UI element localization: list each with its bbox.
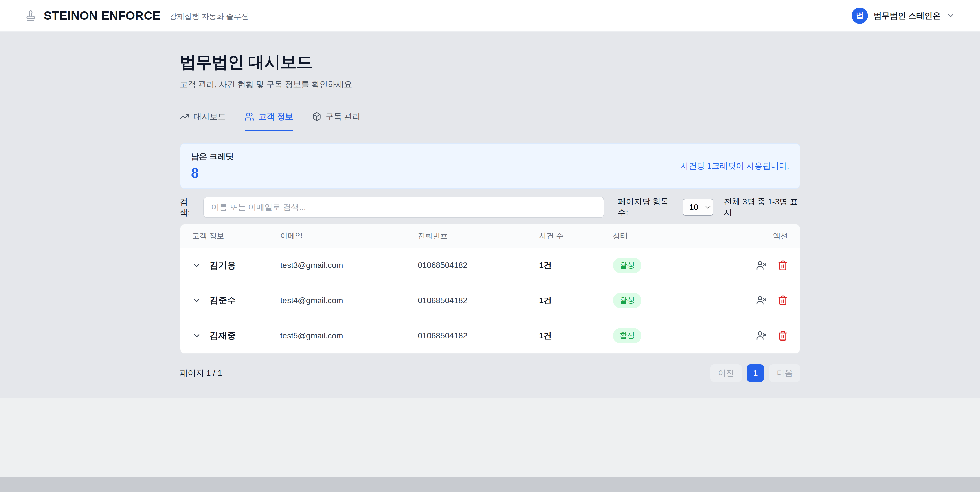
tab-subscription[interactable]: 구독 관리 [312,111,361,131]
tab-bar: 대시보드 고객 정보 구독 관리 [180,111,800,131]
table-row: 김재중 test5@gmail.com 01068504182 1건 활성 [180,318,800,353]
search-input[interactable] [203,197,604,218]
delete-icon [778,295,788,306]
page-indicator: 페이지 1 / 1 [180,368,222,379]
package-icon [312,112,321,121]
tab-label: 대시보드 [194,111,226,122]
brand-title: STEINON ENFORCE [44,9,161,22]
status-badge: 활성 [613,258,642,273]
trending-up-icon [180,112,189,121]
user-remove-icon [756,260,767,271]
page-size-select[interactable]: 10 [682,199,713,216]
delete-button[interactable] [778,295,788,306]
tab-label: 구독 관리 [326,111,361,122]
row-expander-button[interactable] [192,331,202,341]
customer-email: test4@gmail.com [280,296,418,305]
brand-logo-icon [25,10,36,21]
brand-tagline: 강제집행 자동화 솔루션 [170,11,249,22]
remove-user-button[interactable] [756,260,767,271]
remove-user-button[interactable] [756,295,767,306]
column-header-status: 상태 [613,231,725,241]
tab-label: 고객 정보 [258,111,293,122]
user-remove-icon [756,295,767,306]
column-header-phone: 전화번호 [418,231,539,241]
chevron-down-icon [946,11,955,20]
delete-icon [778,260,788,271]
current-page-button[interactable]: 1 [747,364,764,382]
result-range-text: 전체 3명 중 1-3명 표시 [724,196,800,218]
users-icon [245,112,254,121]
next-page-button[interactable]: 다음 [769,364,800,382]
customer-case-count: 1건 [539,330,613,341]
page-title: 법무법인 대시보드 [180,51,800,73]
customer-name: 김기용 [210,260,236,271]
credit-note: 사건당 1크레딧이 사용됩니다. [681,161,789,171]
status-badge: 활성 [613,293,642,308]
page-size-label: 페이지당 항목 수: [618,196,677,218]
credit-label: 남은 크레딧 [191,151,234,162]
table-toolbar: 검색: 페이지당 항목 수: 10 전체 3명 중 1-3명 표시 [180,196,800,218]
pagination: 페이지 1 / 1 이전 1 다음 [180,364,800,382]
column-header-email: 이메일 [280,231,418,241]
chevron-down-icon [192,261,202,270]
customer-email: test5@gmail.com [280,331,418,341]
customer-phone: 01068504182 [418,261,539,270]
delete-icon [778,330,788,341]
column-header-actions: 액션 [725,231,800,241]
column-header-customer: 고객 정보 [180,231,280,241]
footer-band-dark [0,478,980,492]
table-header-row: 고객 정보 이메일 전화번호 사건 수 상태 액션 [180,224,800,248]
remove-user-button[interactable] [756,330,767,341]
tab-dashboard[interactable]: 대시보드 [180,111,226,131]
chevron-down-icon [192,296,202,305]
customers-table: 고객 정보 이메일 전화번호 사건 수 상태 액션 김기용 test3@gma [180,224,800,353]
row-expander-button[interactable] [192,296,202,305]
app-header: STEINON ENFORCE 강제집행 자동화 솔루션 법 법무법인 스테인온 [0,0,980,32]
tab-customers[interactable]: 고객 정보 [245,111,293,131]
table-row: 김준수 test4@gmail.com 01068504182 1건 활성 [180,283,800,318]
table-row: 김기용 test3@gmail.com 01068504182 1건 활성 [180,248,800,283]
customer-email: test3@gmail.com [280,261,418,270]
customer-case-count: 1건 [539,260,613,271]
main-content: 법무법인 대시보드 고객 관리, 사건 현황 및 구독 정보를 확인하세요 대시… [0,32,980,398]
customer-name: 김준수 [210,295,236,306]
account-menu[interactable]: 법 법무법인 스테인온 [851,8,955,24]
account-name: 법무법인 스테인온 [873,10,941,21]
credit-left: 남은 크레딧 8 [191,151,234,181]
user-remove-icon [756,330,767,341]
brand: STEINON ENFORCE 강제집행 자동화 솔루션 [25,9,249,22]
row-expander-button[interactable] [192,261,202,270]
status-badge: 활성 [613,328,642,343]
credit-banner: 남은 크레딧 8 사건당 1크레딧이 사용됩니다. [180,143,800,189]
customer-name: 김재중 [210,330,236,342]
account-avatar: 법 [851,8,868,24]
customer-phone: 01068504182 [418,296,539,305]
footer-band-light [0,398,980,478]
search-label: 검색: [180,196,197,218]
customer-phone: 01068504182 [418,331,539,341]
chevron-down-icon [192,331,202,341]
customer-case-count: 1건 [539,295,613,306]
prev-page-button[interactable]: 이전 [710,364,741,382]
credit-value: 8 [191,164,234,181]
page-subtitle: 고객 관리, 사건 현황 및 구독 정보를 확인하세요 [180,79,800,90]
delete-button[interactable] [778,260,788,271]
delete-button[interactable] [778,330,788,341]
column-header-cases: 사건 수 [539,231,613,241]
